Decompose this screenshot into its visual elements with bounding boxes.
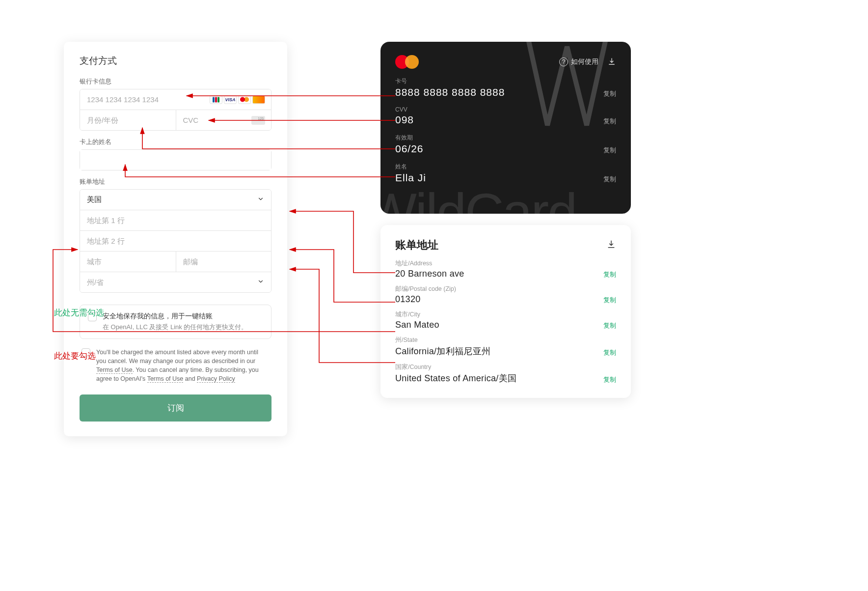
card-brand-icons: VISA <box>210 95 265 104</box>
name-on-card-label: 卡上的姓名 <box>80 138 271 146</box>
how-to-use-button[interactable]: ? 如何使用 <box>559 57 598 66</box>
save-info-checkbox[interactable] <box>88 312 97 321</box>
download-icon[interactable] <box>607 57 616 67</box>
state-label: 州/State <box>395 336 490 344</box>
virtual-card: WildCard ? 如何使用 卡号 8888 8888 8888 8888 复… <box>380 42 631 214</box>
cardholder-name-input[interactable] <box>80 150 271 170</box>
billing-title: 账单地址 <box>395 238 438 253</box>
jcb-icon <box>210 95 222 104</box>
zip-value: 01320 <box>395 294 456 305</box>
mastercard-icon <box>238 95 251 104</box>
mastercard-logo-icon <box>395 55 419 69</box>
cvv-label: CVV <box>395 106 414 113</box>
copy-country-button[interactable]: 复制 <box>603 375 616 384</box>
state-value: California/加利福尼亚州 <box>395 345 490 357</box>
visa-icon: VISA <box>224 95 237 104</box>
copy-card-number-button[interactable]: 复制 <box>603 89 616 98</box>
subscribe-button[interactable]: 订阅 <box>80 394 271 422</box>
copy-city-button[interactable]: 复制 <box>603 321 616 330</box>
copy-zip-button[interactable]: 复制 <box>603 296 616 305</box>
expiry-value: 06/26 <box>395 143 424 155</box>
cvv-value: 098 <box>395 114 414 126</box>
copy-name-button[interactable]: 复制 <box>603 175 616 184</box>
copy-cvv-button[interactable]: 复制 <box>603 117 616 126</box>
cardholder-label: 姓名 <box>395 163 426 171</box>
city-label: 城市/City <box>395 310 439 319</box>
download-icon[interactable] <box>606 239 616 251</box>
billing-address-panel: 账单地址 地址/Address 20 Barneson ave 复制 邮编/Po… <box>380 225 631 398</box>
address-value: 20 Barneson ave <box>395 269 464 279</box>
terms-checkbox[interactable] <box>81 348 90 357</box>
terms-of-use-link[interactable]: Terms of Use <box>96 366 133 374</box>
save-info-title: 安全地保存我的信息，用于一键结账 <box>103 312 247 321</box>
address-line1-input[interactable] <box>80 210 271 230</box>
save-info-box: 安全地保存我的信息，用于一键结账 在 OpenAI, LLC 及接受 Link … <box>80 305 271 339</box>
city-input[interactable] <box>80 252 176 272</box>
card-input-group: VISA 123 <box>80 89 271 131</box>
chevron-down-icon <box>257 278 264 287</box>
copy-state-button[interactable]: 复制 <box>603 348 616 357</box>
card-info-label: 银行卡信息 <box>80 77 271 86</box>
cardholder-value: Ella Ji <box>395 172 426 184</box>
postal-code-input[interactable] <box>176 252 271 272</box>
country-value: United States of America/美国 <box>395 372 516 384</box>
copy-address-button[interactable]: 复制 <box>603 270 616 279</box>
terms-of-use-link-2[interactable]: Terms of Use <box>147 375 184 383</box>
expiry-label: 有效期 <box>395 134 424 142</box>
generic-card-icon <box>252 95 265 104</box>
payment-method-heading: 支付方式 <box>80 55 271 67</box>
terms-text: You'll be charged the amount listed abov… <box>96 348 270 384</box>
billing-address-label: 账单地址 <box>80 177 271 186</box>
payment-form: 支付方式 银行卡信息 VISA 123 卡上的姓名 <box>64 42 287 436</box>
address-line2-input[interactable] <box>80 230 271 251</box>
city-value: San Mateo <box>395 320 439 330</box>
card-number-label: 卡号 <box>395 77 505 85</box>
expiry-input[interactable] <box>80 110 176 130</box>
address-label: 地址/Address <box>395 259 464 268</box>
state-select[interactable] <box>80 272 271 292</box>
country-select[interactable] <box>80 190 271 210</box>
privacy-policy-link[interactable]: Privacy Policy <box>197 375 235 383</box>
save-info-subtext: 在 OpenAI, LLC 及接受 Link 的任何地方更快支付。 <box>103 323 247 332</box>
question-circle-icon: ? <box>559 57 568 66</box>
terms-box: You'll be charged the amount listed abov… <box>80 348 271 384</box>
card-watermark: WildCard <box>380 181 576 214</box>
chevron-down-icon <box>257 196 264 204</box>
card-number-value: 8888 8888 8888 8888 <box>395 86 505 98</box>
zip-label: 邮编/Postal code (Zip) <box>395 285 456 293</box>
copy-expiry-button[interactable]: 复制 <box>603 146 616 155</box>
country-label: 国家/Country <box>395 363 516 371</box>
cvc-hint-icon: 123 <box>251 116 265 125</box>
billing-address-group <box>80 189 271 293</box>
